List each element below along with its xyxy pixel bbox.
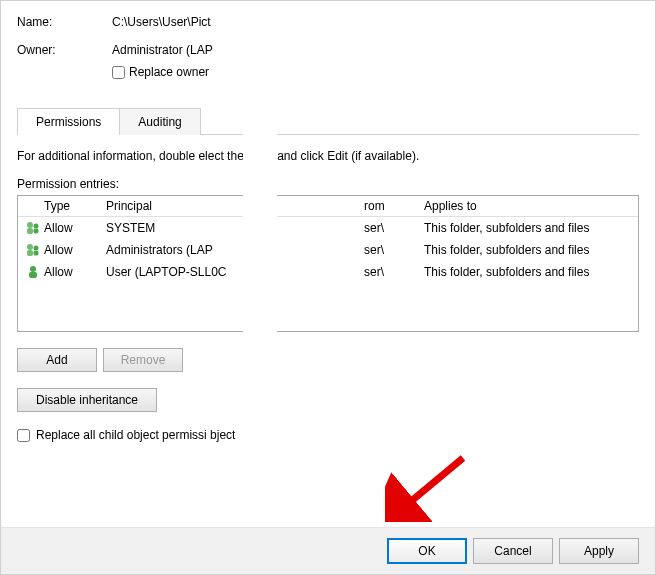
svg-point-8 bbox=[30, 266, 36, 272]
name-label: Name: bbox=[17, 15, 112, 29]
table-row[interactable]: Allow SYSTEM ser\ This folder, subfolder… bbox=[18, 217, 638, 239]
annotation-arrow-icon bbox=[385, 452, 475, 522]
table-row[interactable]: Allow Administrators (LAP ser\ This fold… bbox=[18, 239, 638, 261]
svg-rect-9 bbox=[29, 272, 37, 278]
table-row[interactable]: Allow User (LAPTOP-SLL0C ser\ This folde… bbox=[18, 261, 638, 283]
permission-entries-table[interactable]: Type Principal rom Applies to Allow SYST… bbox=[17, 195, 639, 332]
col-principal: Principal bbox=[106, 199, 364, 213]
table-header: Type Principal rom Applies to bbox=[18, 196, 638, 217]
dialog-footer: OK Cancel Apply bbox=[1, 527, 655, 574]
replace-owner-label: Replace owner bbox=[129, 65, 209, 79]
cancel-button[interactable]: Cancel bbox=[473, 538, 553, 564]
svg-rect-7 bbox=[34, 251, 39, 256]
owner-label: Owner: bbox=[17, 43, 112, 57]
user-icon bbox=[22, 264, 44, 280]
svg-point-6 bbox=[34, 246, 39, 251]
permission-entries-label: Permission entries: bbox=[17, 177, 639, 191]
instruction-text: For additional information, double elect… bbox=[17, 149, 639, 163]
add-button[interactable]: Add bbox=[17, 348, 97, 372]
svg-point-2 bbox=[34, 224, 39, 229]
col-applies: Applies to bbox=[424, 199, 634, 213]
svg-point-4 bbox=[27, 244, 33, 250]
svg-line-11 bbox=[403, 458, 463, 508]
svg-rect-1 bbox=[27, 228, 33, 234]
owner-value: Administrator (LAP bbox=[112, 43, 213, 57]
svg-rect-3 bbox=[34, 229, 39, 234]
disable-inheritance-button[interactable]: Disable inheritance bbox=[17, 388, 157, 412]
svg-point-0 bbox=[27, 222, 33, 228]
tabs: Permissions Auditing bbox=[17, 107, 639, 135]
replace-child-checkbox[interactable] bbox=[17, 429, 30, 442]
remove-button[interactable]: Remove bbox=[103, 348, 183, 372]
replace-owner-checkbox[interactable] bbox=[112, 66, 125, 79]
users-icon bbox=[22, 242, 44, 258]
replace-child-label: Replace all child object permissi bject bbox=[36, 428, 235, 442]
col-from: rom bbox=[364, 199, 424, 213]
ok-button[interactable]: OK bbox=[387, 538, 467, 564]
apply-button[interactable]: Apply bbox=[559, 538, 639, 564]
col-type: Type bbox=[44, 199, 106, 213]
tab-permissions[interactable]: Permissions bbox=[17, 108, 120, 135]
name-value: C:\Users\User\Pict bbox=[112, 15, 639, 29]
svg-rect-5 bbox=[27, 250, 33, 256]
tab-auditing[interactable]: Auditing bbox=[119, 108, 200, 135]
users-icon bbox=[22, 220, 44, 236]
